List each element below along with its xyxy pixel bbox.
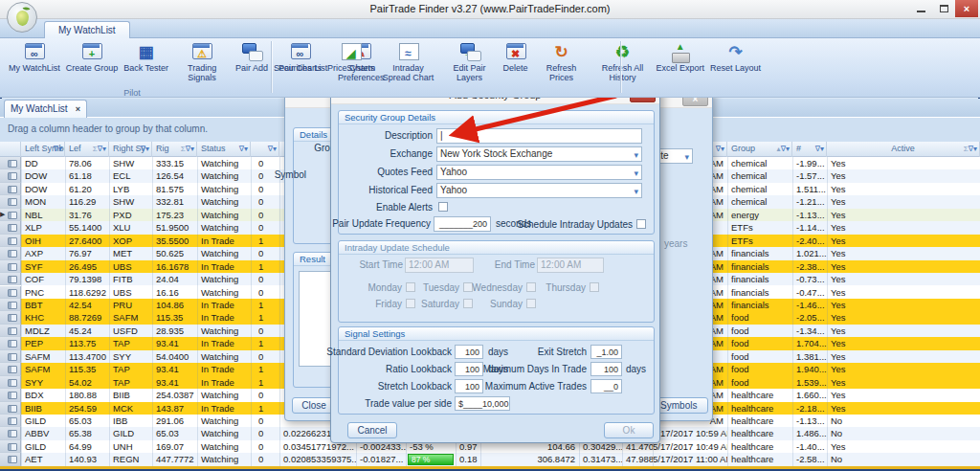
- column-header--[interactable]: #∇▾: [792, 142, 827, 157]
- row-chart-icon[interactable]: [8, 276, 17, 283]
- cell-ls: AXP: [21, 247, 65, 259]
- close-window-button[interactable]: ×: [955, 0, 978, 17]
- ribbon-button-create-group[interactable]: +Create Group: [63, 40, 122, 74]
- background-dropdown-fragment[interactable]: ite▾: [655, 148, 693, 164]
- filter-icon[interactable]: ∇▾: [716, 142, 724, 156]
- row-chart-icon[interactable]: [8, 314, 17, 322]
- filter-icon[interactable]: ∇▾: [141, 142, 149, 156]
- column-header[interactable]: ∇▾: [251, 142, 279, 157]
- row-marker-cell: [0, 183, 21, 195]
- std-deviation-lookback-input[interactable]: 100: [455, 345, 483, 359]
- exit-stretch-input[interactable]: _1.00: [590, 345, 622, 359]
- row-chart-icon[interactable]: [8, 198, 17, 206]
- trade-value-per-side-input[interactable]: $____10,000.00: [455, 396, 510, 411]
- row-chart-icon[interactable]: [8, 327, 17, 335]
- row-chart-icon[interactable]: [8, 224, 17, 232]
- cell-ac: Yes: [827, 325, 884, 337]
- column-header-status[interactable]: Status∇▾: [197, 142, 251, 157]
- tab-my-watchlist[interactable]: My WatchList: [44, 21, 130, 38]
- row-marker-cell: [0, 273, 21, 285]
- row-chart-icon[interactable]: [8, 417, 17, 425]
- filter-icon[interactable]: Σ∇▾: [93, 142, 106, 156]
- row-chart-icon[interactable]: [8, 456, 17, 463]
- cell-rp: 35.5500: [152, 235, 197, 247]
- cell-rp: 332.81: [152, 195, 197, 208]
- cell-lp: 27.6400: [65, 235, 109, 247]
- column-header-active[interactable]: ActiveΣ∇▾: [827, 142, 980, 157]
- historical-feed-dropdown[interactable]: Yahoo▾: [436, 183, 642, 198]
- row-chart-icon[interactable]: [8, 289, 17, 297]
- row-chart-icon[interactable]: [8, 340, 17, 348]
- cell-nm: -1.99...: [792, 157, 827, 169]
- column-header-right-sy[interactable]: Right Sy∇▾: [109, 142, 152, 157]
- day-checkbox-thursday[interactable]: [590, 282, 599, 292]
- column-header-group[interactable]: Group▴∇▾: [727, 142, 792, 157]
- row-chart-icon[interactable]: [8, 186, 17, 193]
- filter-icon[interactable]: ∇▾: [54, 142, 62, 156]
- ribbon-button-price-charts[interactable]: ◢Price Charts: [324, 40, 378, 74]
- day-checkbox-sunday[interactable]: [526, 299, 536, 308]
- start-time-input[interactable]: 12:00 AM: [405, 258, 474, 273]
- doctab-my-watchlist[interactable]: My WatchList×: [4, 100, 87, 118]
- column-header-lef[interactable]: LefΣ∇▾: [65, 142, 109, 157]
- ribbon-button-refresh-all-history[interactable]: ♻Refresh All History: [592, 40, 654, 82]
- exchange-dropdown[interactable]: New York Stock Exchange▾: [436, 146, 642, 162]
- row-chart-icon[interactable]: [8, 172, 17, 180]
- row-chart-icon[interactable]: [8, 353, 17, 361]
- row-chart-icon[interactable]: [8, 302, 17, 309]
- filter-icon[interactable]: Σ∇▾: [181, 142, 194, 156]
- row-chart-icon[interactable]: [8, 250, 17, 258]
- filter-icon[interactable]: Σ∇▾: [964, 142, 977, 156]
- ribbon-button-delete[interactable]: ✖Delete: [501, 40, 531, 74]
- restore-button[interactable]: [932, 0, 955, 17]
- ribbon-button-pair-add[interactable]: Pair Add: [233, 40, 271, 74]
- enable-alerts-checkbox[interactable]: [438, 202, 448, 212]
- cell-ac: Yes: [827, 221, 884, 234]
- row-chart-icon[interactable]: [8, 405, 17, 413]
- filter-icon[interactable]: ∇▾: [268, 142, 277, 156]
- row-chart-icon[interactable]: [8, 160, 17, 168]
- ribbon-button-trading-signals[interactable]: ⚠Trading Signals: [171, 40, 233, 82]
- minimize-button[interactable]: [909, 0, 932, 17]
- ribbon-button-edit-pair-layers[interactable]: →Edit Pair Layers: [439, 40, 501, 82]
- row-chart-icon[interactable]: [8, 212, 17, 219]
- column-header-rig[interactable]: RigΣ∇▾: [152, 142, 197, 157]
- cancel-button[interactable]: Cancel: [347, 422, 397, 438]
- row-chart-icon[interactable]: [8, 430, 17, 437]
- column-header-left-symbol[interactable]: Left Symbol∇▾: [21, 142, 65, 157]
- row-chart-icon[interactable]: [8, 392, 17, 399]
- table-row[interactable]: AET140.93REGN447.7772Watching00.02085335…: [0, 453, 980, 465]
- cell-lp: 61.20: [65, 183, 109, 195]
- ribbon-button-refresh-prices[interactable]: ↻Refresh Prices: [531, 40, 592, 82]
- cell-lp: 45.24: [65, 325, 109, 337]
- ribbon-button-my-watchlist[interactable]: ∞My WatchList: [6, 40, 63, 74]
- cell-ct: 1: [251, 299, 279, 311]
- row-marker-cell: [0, 415, 21, 427]
- cell-nm: -1.13...: [792, 209, 827, 221]
- maximum-days-in-trade-input[interactable]: 100: [590, 362, 622, 376]
- filter-icon[interactable]: ∇▾: [815, 142, 824, 156]
- end-time-input[interactable]: 12:00 AM: [537, 258, 604, 273]
- watchlist-icon-glyph: ∞: [31, 50, 38, 60]
- row-chart-icon[interactable]: [8, 443, 17, 451]
- description-input[interactable]: |: [436, 128, 642, 144]
- doctab-close-icon[interactable]: ×: [76, 104, 80, 114]
- pair-update-frequency-input[interactable]: _______200: [434, 216, 491, 232]
- filter-icon[interactable]: ▴∇▾: [777, 142, 790, 156]
- maximum-active-trades-input[interactable]: __0: [590, 379, 622, 393]
- quotes-feed-dropdown[interactable]: Yahoo▾: [436, 165, 642, 180]
- row-chart-icon[interactable]: [8, 263, 17, 271]
- ribbon-button-reset-layout[interactable]: ↷Reset Layout: [707, 40, 764, 74]
- ribbon-button-pair-charts[interactable]: ∞Pair Charts: [276, 40, 324, 74]
- row-chart-icon[interactable]: [8, 366, 17, 373]
- row-chart-icon[interactable]: [8, 379, 17, 387]
- refresh-prices-icon: ↻: [549, 41, 574, 63]
- schedule-intraday-updates-checkbox[interactable]: [636, 219, 646, 229]
- filter-icon[interactable]: ∇▾: [239, 142, 248, 156]
- ribbon-button-intraday-spread-chart[interactable]: ≈Intraday Spread Chart: [378, 40, 439, 82]
- ribbon-button-back-tester[interactable]: ▦Back Tester: [121, 40, 171, 74]
- ribbon-button-excel-export[interactable]: ▲Excel Export: [654, 40, 708, 74]
- ok-button[interactable]: Ok: [604, 422, 654, 438]
- cell-lp: 79.1398: [65, 273, 109, 285]
- row-chart-icon[interactable]: [8, 237, 17, 245]
